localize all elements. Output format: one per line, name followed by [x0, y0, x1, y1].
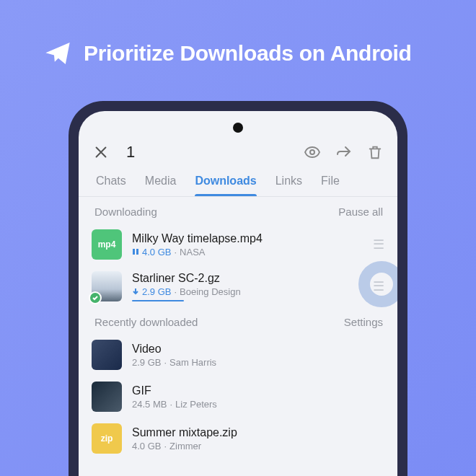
section-title: Recently downloaded: [94, 316, 198, 328]
trash-icon[interactable]: [367, 144, 383, 160]
phone-frame: 1 Chats Media Downloads Links File Downl…: [69, 101, 407, 476]
camera-notch: [233, 123, 243, 133]
forward-icon[interactable]: [335, 144, 353, 161]
svg-rect-1: [133, 249, 135, 255]
file-thumb-mp4: mp4: [92, 229, 122, 260]
file-subtitle: 2.9 GB · Boeing Design: [132, 286, 363, 297]
file-title: Summer mixtape.zip: [132, 426, 383, 439]
drag-handle-icon[interactable]: ☰: [373, 237, 383, 252]
check-icon: [89, 291, 102, 304]
section-header-downloading: Downloading Pause all: [79, 197, 397, 224]
tab-chats[interactable]: Chats: [96, 175, 126, 196]
file-subtitle: 4.0 GB · Zimmer: [132, 441, 383, 451]
pause-all-button[interactable]: Pause all: [338, 206, 383, 218]
recent-row[interactable]: Video 2.9 GB · Sam Harris: [79, 334, 397, 376]
file-subtitle: 2.9 GB · Sam Harris: [132, 357, 383, 368]
svg-rect-2: [136, 249, 138, 255]
file-subtitle: 4.0 GB · NASA: [132, 247, 363, 257]
settings-button[interactable]: Settings: [344, 316, 383, 328]
close-icon[interactable]: [93, 144, 109, 160]
file-thumb-image: [92, 382, 122, 412]
download-row[interactable]: mp4 Milky Way timelapse.mp4 4.0 GB · NAS…: [79, 224, 397, 265]
hero-title: Prioritize Downloads on Android: [84, 41, 412, 66]
recent-row[interactable]: zip Summer mixtape.zip 4.0 GB · Zimmer: [79, 418, 397, 459]
telegram-icon: [43, 39, 72, 68]
eye-icon[interactable]: [304, 144, 321, 161]
download-arrow-icon: [132, 288, 139, 295]
section-header-recent: Recently downloaded Settings: [79, 307, 397, 334]
download-row[interactable]: Starliner SC-2.gz 2.9 GB · Boeing Design…: [79, 265, 397, 307]
phone-screen: 1 Chats Media Downloads Links File Downl…: [79, 111, 397, 476]
file-title: Milky Way timelapse.mp4: [132, 232, 363, 245]
tab-files[interactable]: File: [321, 175, 340, 196]
drag-handle-icon[interactable]: ☰: [373, 278, 383, 294]
tab-bar: Chats Media Downloads Links File: [79, 169, 397, 197]
file-title: Video: [132, 343, 383, 356]
svg-point-0: [310, 150, 314, 154]
file-thumb-image: [92, 271, 122, 301]
pause-icon: [132, 248, 139, 255]
file-subtitle: 24.5 MB · Liz Peters: [132, 399, 383, 410]
tab-media[interactable]: Media: [145, 175, 177, 196]
tab-downloads[interactable]: Downloads: [195, 175, 256, 196]
file-thumb-image: [92, 340, 122, 370]
file-thumb-zip: zip: [92, 423, 122, 454]
recent-row[interactable]: GIF 24.5 MB · Liz Peters: [79, 376, 397, 418]
file-title: GIF: [132, 384, 383, 397]
app-bar: 1: [79, 111, 397, 169]
tab-links[interactable]: Links: [276, 175, 302, 196]
section-title: Downloading: [94, 206, 157, 218]
hero-banner: Prioritize Downloads on Android: [0, 0, 476, 89]
progress-bar: [132, 300, 184, 301]
selection-count: 1: [126, 143, 135, 162]
file-title: Starliner SC-2.gz: [132, 272, 363, 285]
